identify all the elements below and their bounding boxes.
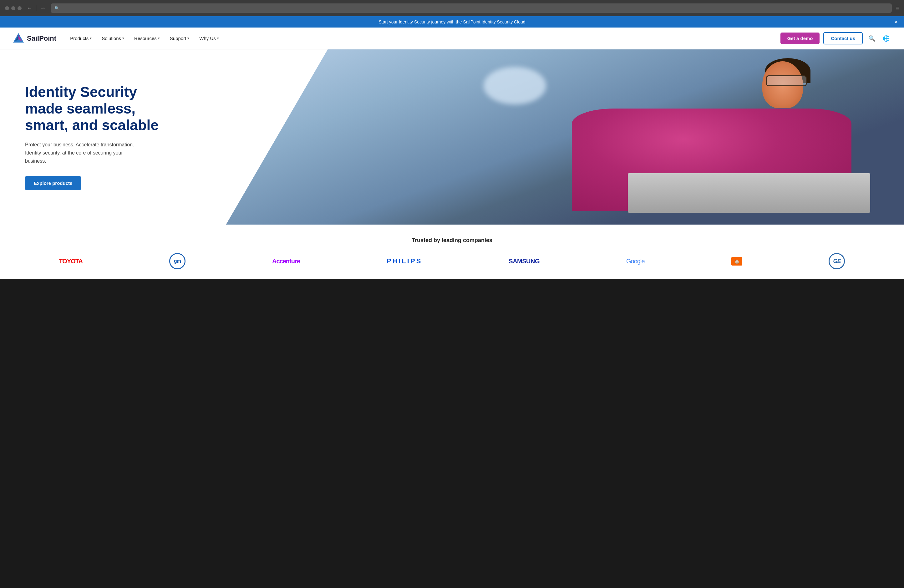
search-icon: 🔍 bbox=[868, 35, 875, 42]
nav-item-products[interactable]: Products ▾ bbox=[66, 33, 96, 43]
search-button[interactable]: 🔍 bbox=[866, 33, 877, 44]
nav-item-solutions[interactable]: Solutions ▾ bbox=[97, 33, 128, 43]
language-button[interactable]: 🌐 bbox=[881, 33, 891, 44]
browser-dots bbox=[5, 6, 22, 10]
hero-content: Identity Security made seamless, smart, … bbox=[0, 65, 182, 209]
nav-item-resources[interactable]: Resources ▾ bbox=[130, 33, 164, 43]
samsung-logo: SAMSUNG bbox=[509, 258, 540, 265]
sailpoint-logo-icon bbox=[13, 33, 24, 44]
website: Start your Identity Security journey wit… bbox=[0, 16, 904, 279]
logo-text: SailPoint bbox=[27, 35, 56, 43]
company-logos-row: TOYOTA gm Accenture PHILIPS SAMSUNG Goog… bbox=[19, 253, 885, 269]
header: SailPoint Products ▾ Solutions ▾ Resourc… bbox=[0, 27, 904, 49]
browser-menu-button[interactable]: ≡ bbox=[896, 5, 899, 11]
nav-chevron-products: ▾ bbox=[90, 36, 92, 40]
get-demo-button[interactable]: Get a demo bbox=[781, 33, 820, 44]
ge-logo: GE bbox=[829, 253, 845, 269]
nav-label-solutions: Solutions bbox=[102, 36, 121, 41]
browser-back-button[interactable]: ← bbox=[25, 4, 33, 13]
nav-chevron-solutions: ▾ bbox=[122, 36, 124, 40]
browser-address-bar[interactable]: 🔍 bbox=[51, 3, 892, 13]
nav-label-support: Support bbox=[170, 36, 186, 41]
search-icon: 🔍 bbox=[54, 6, 59, 11]
person-laptop bbox=[628, 173, 870, 213]
toyota-logo: TOYOTA bbox=[59, 258, 82, 265]
person-glasses bbox=[766, 75, 807, 86]
browser-dot-red bbox=[5, 6, 9, 10]
trusted-title: Trusted by leading companies bbox=[19, 237, 885, 243]
announcement-close-button[interactable]: × bbox=[894, 19, 898, 25]
contact-us-button[interactable]: Contact us bbox=[823, 32, 863, 44]
globe-icon: 🌐 bbox=[883, 35, 890, 42]
hero-subtitle: Protect your business. Accelerate transf… bbox=[25, 141, 144, 165]
nav-chevron-why-us: ▾ bbox=[217, 36, 219, 40]
nav-chevron-support: ▾ bbox=[187, 36, 189, 40]
browser-dot-green bbox=[17, 6, 22, 10]
trusted-section: Trusted by leading companies TOYOTA gm A… bbox=[0, 224, 904, 279]
main-nav: Products ▾ Solutions ▾ Resources ▾ Suppo… bbox=[66, 33, 781, 43]
browser-divider bbox=[36, 5, 36, 11]
nav-label-products: Products bbox=[70, 36, 89, 41]
nav-label-why-us: Why Us bbox=[199, 36, 216, 41]
browser-nav: ← → bbox=[25, 4, 47, 13]
google-logo: Google bbox=[626, 258, 645, 265]
accenture-logo: Accenture bbox=[272, 258, 300, 265]
nav-item-why-us[interactable]: Why Us ▾ bbox=[195, 33, 223, 43]
announcement-text: Start your Identity Security journey wit… bbox=[378, 19, 525, 24]
homedepot-logo: 🏠 bbox=[731, 257, 742, 266]
logo-link[interactable]: SailPoint bbox=[13, 33, 56, 44]
philips-logo: PHILIPS bbox=[387, 257, 422, 265]
announcement-bar: Start your Identity Security journey wit… bbox=[0, 16, 904, 27]
gm-logo: gm bbox=[169, 253, 185, 269]
browser-chrome: ← → 🔍 ≡ bbox=[0, 0, 904, 16]
hero-image bbox=[226, 49, 904, 224]
hero-bubble-decoration bbox=[484, 67, 546, 104]
nav-item-support[interactable]: Support ▾ bbox=[166, 33, 194, 43]
hero-title: Identity Security made seamless, smart, … bbox=[25, 84, 163, 134]
person-silhouette bbox=[497, 58, 870, 216]
nav-label-resources: Resources bbox=[134, 36, 157, 41]
browser-forward-button[interactable]: → bbox=[39, 4, 47, 13]
browser-dot-yellow bbox=[11, 6, 15, 10]
explore-products-button[interactable]: Explore products bbox=[25, 176, 81, 190]
hero-section: Identity Security made seamless, smart, … bbox=[0, 49, 904, 224]
nav-chevron-resources: ▾ bbox=[158, 36, 160, 40]
header-actions: Get a demo Contact us 🔍 🌐 bbox=[781, 32, 891, 44]
